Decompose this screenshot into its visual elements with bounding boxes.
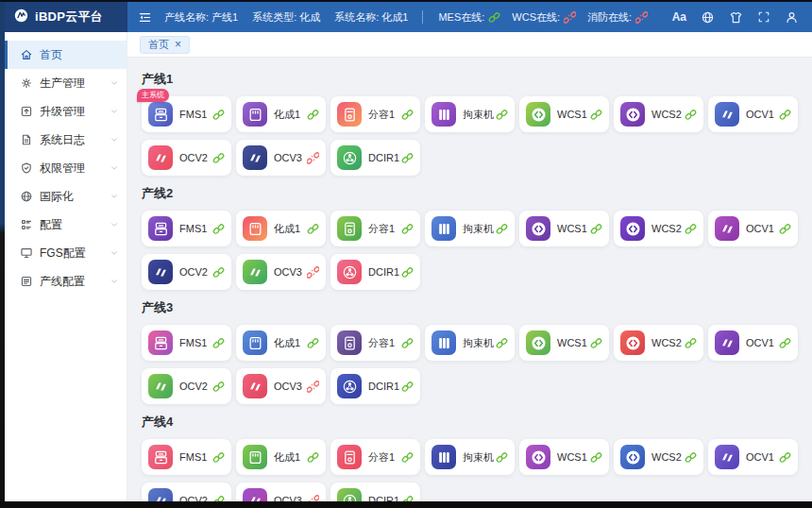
- device-card[interactable]: OCV2: [142, 368, 231, 404]
- device-card[interactable]: OCV1: [708, 439, 798, 475]
- dcir-icon: [337, 145, 362, 170]
- device-card[interactable]: DCIR1: [330, 140, 420, 176]
- link-online-icon[interactable]: [590, 109, 602, 121]
- device-card[interactable]: 化成1: [236, 325, 326, 361]
- device-card[interactable]: OCV2: [142, 254, 231, 290]
- link-broken-icon[interactable]: [307, 266, 319, 279]
- card-grid: FMS1化成1分容1拘束机WCS1WCS2OCV1OCV2OCV3DCIR1: [142, 325, 804, 404]
- device-card[interactable]: FMS1: [142, 325, 231, 361]
- tab-0[interactable]: 首页×: [140, 36, 190, 54]
- device-card[interactable]: DCIR1: [330, 368, 420, 404]
- link-broken-icon[interactable]: [307, 152, 319, 164]
- link-online-icon[interactable]: [401, 451, 414, 464]
- link-online-icon[interactable]: [212, 495, 225, 502]
- link-online-icon[interactable]: [401, 266, 414, 279]
- device-card[interactable]: OCV3: [236, 140, 326, 176]
- device-card[interactable]: FMS1: [142, 439, 231, 475]
- sidebar-item-0[interactable]: 首页: [5, 41, 127, 69]
- device-card[interactable]: WCS1: [519, 211, 609, 246]
- device-card[interactable]: 分容1: [330, 211, 420, 246]
- link-online-icon[interactable]: [212, 152, 225, 164]
- device-card[interactable]: DCIR1: [330, 483, 420, 501]
- link-online-icon[interactable]: [307, 223, 319, 235]
- link-online-icon[interactable]: [307, 337, 319, 349]
- sidebar-item-4[interactable]: 权限管理: [5, 154, 127, 182]
- link-online-icon[interactable]: [496, 223, 508, 235]
- link-online-icon[interactable]: [590, 337, 602, 349]
- link-online-icon[interactable]: [401, 223, 414, 235]
- link-online-icon[interactable]: [401, 337, 414, 349]
- link-online-icon[interactable]: [212, 109, 225, 121]
- device-card[interactable]: WCS1: [519, 325, 609, 361]
- link-online-icon[interactable]: [212, 337, 225, 349]
- language-icon[interactable]: [701, 10, 715, 25]
- device-card[interactable]: OCV2: [142, 483, 231, 501]
- sidebar-item-6[interactable]: 配置: [5, 211, 127, 239]
- link-online-icon[interactable]: [685, 337, 697, 349]
- device-card[interactable]: OCV3: [236, 483, 326, 501]
- link-online-icon[interactable]: [496, 109, 508, 121]
- device-card[interactable]: DCIR1: [330, 254, 420, 290]
- link-online-icon[interactable]: [401, 495, 414, 502]
- fullscreen-icon[interactable]: [757, 10, 770, 24]
- device-card[interactable]: WCS2: [614, 325, 703, 361]
- link-online-icon[interactable]: [685, 109, 697, 121]
- device-card[interactable]: WCS2: [614, 96, 703, 132]
- link-online-icon[interactable]: [212, 223, 225, 235]
- sidebar-item-2[interactable]: 升级管理: [5, 97, 127, 126]
- link-online-icon[interactable]: [779, 223, 791, 235]
- link-online-icon[interactable]: [307, 451, 319, 464]
- device-card[interactable]: 拘束机: [425, 439, 515, 475]
- link-broken-icon[interactable]: [307, 495, 319, 502]
- device-card[interactable]: WCS1: [519, 439, 609, 475]
- device-card[interactable]: WCS1: [519, 96, 609, 132]
- link-online-icon[interactable]: [496, 337, 508, 349]
- link-online-icon[interactable]: [401, 152, 414, 164]
- device-card[interactable]: 化成1: [236, 439, 326, 475]
- link-online-icon[interactable]: [590, 451, 602, 464]
- device-card[interactable]: 分容1: [330, 96, 420, 132]
- link-online-icon[interactable]: [685, 451, 697, 464]
- device-card[interactable]: 分容1: [330, 325, 420, 361]
- tab-close-icon[interactable]: ×: [175, 39, 181, 50]
- device-card[interactable]: FMS1: [142, 211, 231, 246]
- device-card[interactable]: OCV2: [142, 140, 231, 176]
- device-card[interactable]: 分容1: [330, 439, 420, 475]
- link-online-icon[interactable]: [685, 223, 697, 235]
- link-online-icon[interactable]: [212, 451, 225, 464]
- device-card[interactable]: 化成1: [236, 96, 326, 132]
- device-card[interactable]: OCV3: [236, 254, 326, 290]
- device-card[interactable]: 拘束机: [425, 211, 515, 246]
- device-card[interactable]: OCV3: [236, 368, 326, 404]
- link-online-icon[interactable]: [779, 109, 791, 121]
- device-card[interactable]: 化成1: [236, 211, 326, 246]
- link-online-icon[interactable]: [401, 381, 414, 393]
- link-online-icon[interactable]: [212, 266, 225, 279]
- sidebar-item-3[interactable]: 系统日志: [5, 126, 127, 154]
- link-online-icon[interactable]: [496, 451, 508, 464]
- device-card[interactable]: OCV1: [708, 325, 798, 361]
- sidebar-item-1[interactable]: 生产管理: [5, 69, 127, 97]
- link-online-icon[interactable]: [401, 109, 414, 121]
- link-online-icon[interactable]: [590, 223, 602, 235]
- link-online-icon[interactable]: [307, 109, 319, 121]
- device-card[interactable]: 主系统FMS1: [142, 96, 231, 132]
- device-card[interactable]: 拘束机: [425, 96, 515, 132]
- device-card[interactable]: OCV1: [708, 211, 798, 246]
- font-size-icon[interactable]: Aa: [672, 11, 686, 23]
- sidebar-item-7[interactable]: FGS配置: [5, 239, 127, 267]
- link-online-icon[interactable]: [779, 451, 791, 464]
- user-icon[interactable]: [785, 10, 799, 25]
- device-card[interactable]: OCV1: [708, 96, 798, 132]
- sidebar-collapse-icon[interactable]: [138, 10, 152, 25]
- link-broken-icon[interactable]: [307, 381, 319, 393]
- link-online-icon[interactable]: [779, 337, 791, 349]
- wcs-icon: [620, 216, 645, 241]
- theme-icon[interactable]: [729, 10, 743, 25]
- sidebar-item-8[interactable]: 产线配置: [5, 267, 127, 296]
- sidebar-item-5[interactable]: 国际化: [5, 182, 127, 211]
- link-online-icon[interactable]: [212, 381, 225, 393]
- device-card[interactable]: 拘束机: [425, 325, 515, 361]
- device-card[interactable]: WCS2: [614, 211, 703, 246]
- device-card[interactable]: WCS2: [614, 439, 703, 475]
